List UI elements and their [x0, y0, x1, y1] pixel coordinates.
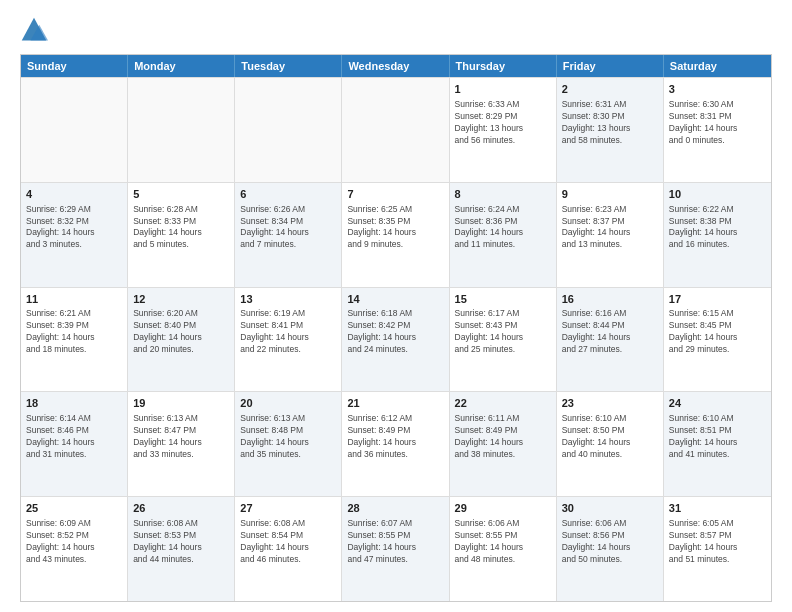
header	[20, 16, 772, 44]
calendar-cell-empty	[235, 78, 342, 182]
calendar-cell-empty	[128, 78, 235, 182]
day-number: 30	[562, 501, 658, 516]
calendar-cell-day-5: 5Sunrise: 6:28 AM Sunset: 8:33 PM Daylig…	[128, 183, 235, 287]
calendar-row-3: 11Sunrise: 6:21 AM Sunset: 8:39 PM Dayli…	[21, 287, 771, 392]
cell-info: Sunrise: 6:26 AM Sunset: 8:34 PM Dayligh…	[240, 204, 336, 252]
day-number: 29	[455, 501, 551, 516]
cell-info: Sunrise: 6:06 AM Sunset: 8:56 PM Dayligh…	[562, 518, 658, 566]
calendar-cell-day-30: 30Sunrise: 6:06 AM Sunset: 8:56 PM Dayli…	[557, 497, 664, 601]
day-number: 9	[562, 187, 658, 202]
calendar-cell-day-11: 11Sunrise: 6:21 AM Sunset: 8:39 PM Dayli…	[21, 288, 128, 392]
calendar-cell-day-15: 15Sunrise: 6:17 AM Sunset: 8:43 PM Dayli…	[450, 288, 557, 392]
calendar-cell-day-1: 1Sunrise: 6:33 AM Sunset: 8:29 PM Daylig…	[450, 78, 557, 182]
page: SundayMondayTuesdayWednesdayThursdayFrid…	[0, 0, 792, 612]
cell-info: Sunrise: 6:22 AM Sunset: 8:38 PM Dayligh…	[669, 204, 766, 252]
calendar: SundayMondayTuesdayWednesdayThursdayFrid…	[20, 54, 772, 602]
cell-info: Sunrise: 6:18 AM Sunset: 8:42 PM Dayligh…	[347, 308, 443, 356]
day-number: 19	[133, 396, 229, 411]
cell-info: Sunrise: 6:30 AM Sunset: 8:31 PM Dayligh…	[669, 99, 766, 147]
day-number: 27	[240, 501, 336, 516]
cell-info: Sunrise: 6:23 AM Sunset: 8:37 PM Dayligh…	[562, 204, 658, 252]
day-number: 6	[240, 187, 336, 202]
calendar-cell-day-7: 7Sunrise: 6:25 AM Sunset: 8:35 PM Daylig…	[342, 183, 449, 287]
day-number: 25	[26, 501, 122, 516]
cell-info: Sunrise: 6:10 AM Sunset: 8:50 PM Dayligh…	[562, 413, 658, 461]
day-number: 11	[26, 292, 122, 307]
logo-icon	[20, 16, 48, 44]
weekday-header-saturday: Saturday	[664, 55, 771, 77]
calendar-cell-day-9: 9Sunrise: 6:23 AM Sunset: 8:37 PM Daylig…	[557, 183, 664, 287]
calendar-row-5: 25Sunrise: 6:09 AM Sunset: 8:52 PM Dayli…	[21, 496, 771, 601]
calendar-cell-day-4: 4Sunrise: 6:29 AM Sunset: 8:32 PM Daylig…	[21, 183, 128, 287]
day-number: 4	[26, 187, 122, 202]
day-number: 7	[347, 187, 443, 202]
day-number: 23	[562, 396, 658, 411]
calendar-row-2: 4Sunrise: 6:29 AM Sunset: 8:32 PM Daylig…	[21, 182, 771, 287]
cell-info: Sunrise: 6:25 AM Sunset: 8:35 PM Dayligh…	[347, 204, 443, 252]
cell-info: Sunrise: 6:13 AM Sunset: 8:47 PM Dayligh…	[133, 413, 229, 461]
calendar-cell-day-25: 25Sunrise: 6:09 AM Sunset: 8:52 PM Dayli…	[21, 497, 128, 601]
day-number: 20	[240, 396, 336, 411]
calendar-cell-empty	[21, 78, 128, 182]
cell-info: Sunrise: 6:14 AM Sunset: 8:46 PM Dayligh…	[26, 413, 122, 461]
day-number: 12	[133, 292, 229, 307]
day-number: 21	[347, 396, 443, 411]
cell-info: Sunrise: 6:21 AM Sunset: 8:39 PM Dayligh…	[26, 308, 122, 356]
cell-info: Sunrise: 6:33 AM Sunset: 8:29 PM Dayligh…	[455, 99, 551, 147]
cell-info: Sunrise: 6:13 AM Sunset: 8:48 PM Dayligh…	[240, 413, 336, 461]
day-number: 15	[455, 292, 551, 307]
calendar-cell-day-20: 20Sunrise: 6:13 AM Sunset: 8:48 PM Dayli…	[235, 392, 342, 496]
cell-info: Sunrise: 6:07 AM Sunset: 8:55 PM Dayligh…	[347, 518, 443, 566]
day-number: 26	[133, 501, 229, 516]
calendar-cell-day-14: 14Sunrise: 6:18 AM Sunset: 8:42 PM Dayli…	[342, 288, 449, 392]
cell-info: Sunrise: 6:08 AM Sunset: 8:53 PM Dayligh…	[133, 518, 229, 566]
weekday-header-friday: Friday	[557, 55, 664, 77]
calendar-header: SundayMondayTuesdayWednesdayThursdayFrid…	[21, 55, 771, 77]
day-number: 14	[347, 292, 443, 307]
weekday-header-thursday: Thursday	[450, 55, 557, 77]
cell-info: Sunrise: 6:29 AM Sunset: 8:32 PM Dayligh…	[26, 204, 122, 252]
cell-info: Sunrise: 6:19 AM Sunset: 8:41 PM Dayligh…	[240, 308, 336, 356]
calendar-row-4: 18Sunrise: 6:14 AM Sunset: 8:46 PM Dayli…	[21, 391, 771, 496]
calendar-cell-day-27: 27Sunrise: 6:08 AM Sunset: 8:54 PM Dayli…	[235, 497, 342, 601]
calendar-cell-day-28: 28Sunrise: 6:07 AM Sunset: 8:55 PM Dayli…	[342, 497, 449, 601]
day-number: 13	[240, 292, 336, 307]
day-number: 1	[455, 82, 551, 97]
calendar-cell-day-18: 18Sunrise: 6:14 AM Sunset: 8:46 PM Dayli…	[21, 392, 128, 496]
day-number: 5	[133, 187, 229, 202]
day-number: 24	[669, 396, 766, 411]
calendar-cell-day-8: 8Sunrise: 6:24 AM Sunset: 8:36 PM Daylig…	[450, 183, 557, 287]
calendar-cell-day-13: 13Sunrise: 6:19 AM Sunset: 8:41 PM Dayli…	[235, 288, 342, 392]
day-number: 17	[669, 292, 766, 307]
cell-info: Sunrise: 6:16 AM Sunset: 8:44 PM Dayligh…	[562, 308, 658, 356]
cell-info: Sunrise: 6:06 AM Sunset: 8:55 PM Dayligh…	[455, 518, 551, 566]
cell-info: Sunrise: 6:11 AM Sunset: 8:49 PM Dayligh…	[455, 413, 551, 461]
weekday-header-monday: Monday	[128, 55, 235, 77]
weekday-header-sunday: Sunday	[21, 55, 128, 77]
calendar-cell-day-3: 3Sunrise: 6:30 AM Sunset: 8:31 PM Daylig…	[664, 78, 771, 182]
weekday-header-wednesday: Wednesday	[342, 55, 449, 77]
cell-info: Sunrise: 6:08 AM Sunset: 8:54 PM Dayligh…	[240, 518, 336, 566]
day-number: 10	[669, 187, 766, 202]
calendar-cell-day-2: 2Sunrise: 6:31 AM Sunset: 8:30 PM Daylig…	[557, 78, 664, 182]
calendar-cell-day-29: 29Sunrise: 6:06 AM Sunset: 8:55 PM Dayli…	[450, 497, 557, 601]
cell-info: Sunrise: 6:17 AM Sunset: 8:43 PM Dayligh…	[455, 308, 551, 356]
calendar-cell-day-31: 31Sunrise: 6:05 AM Sunset: 8:57 PM Dayli…	[664, 497, 771, 601]
day-number: 8	[455, 187, 551, 202]
weekday-header-tuesday: Tuesday	[235, 55, 342, 77]
cell-info: Sunrise: 6:12 AM Sunset: 8:49 PM Dayligh…	[347, 413, 443, 461]
cell-info: Sunrise: 6:10 AM Sunset: 8:51 PM Dayligh…	[669, 413, 766, 461]
day-number: 2	[562, 82, 658, 97]
calendar-cell-empty	[342, 78, 449, 182]
calendar-cell-day-12: 12Sunrise: 6:20 AM Sunset: 8:40 PM Dayli…	[128, 288, 235, 392]
cell-info: Sunrise: 6:31 AM Sunset: 8:30 PM Dayligh…	[562, 99, 658, 147]
logo	[20, 16, 52, 44]
day-number: 18	[26, 396, 122, 411]
cell-info: Sunrise: 6:28 AM Sunset: 8:33 PM Dayligh…	[133, 204, 229, 252]
calendar-cell-day-24: 24Sunrise: 6:10 AM Sunset: 8:51 PM Dayli…	[664, 392, 771, 496]
day-number: 28	[347, 501, 443, 516]
cell-info: Sunrise: 6:20 AM Sunset: 8:40 PM Dayligh…	[133, 308, 229, 356]
day-number: 3	[669, 82, 766, 97]
calendar-cell-day-21: 21Sunrise: 6:12 AM Sunset: 8:49 PM Dayli…	[342, 392, 449, 496]
calendar-cell-day-22: 22Sunrise: 6:11 AM Sunset: 8:49 PM Dayli…	[450, 392, 557, 496]
